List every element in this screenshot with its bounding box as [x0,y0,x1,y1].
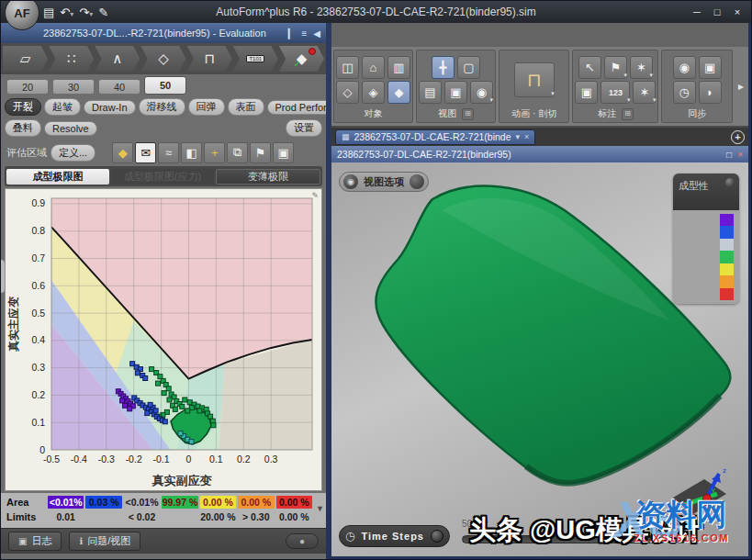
grid-icon: ▦ [342,132,350,141]
camera-view-icon-dropdown[interactable]: ▾ [489,96,493,104]
number-annotate-icon-dropdown[interactable]: ▾ [627,96,631,104]
label-sync-icon[interactable]: ▣ [699,56,722,79]
tab-成型极限图[interactable]: 成型极限图 [6,169,109,185]
svg-text:-0.5: -0.5 [43,454,60,465]
compare-view-icon[interactable]: ⧉ [227,142,248,163]
stage-tab-40[interactable]: 40 [98,79,140,95]
view-options-pill[interactable]: ◉ 视图选项 [339,172,429,192]
3d-viewport[interactable]: ◉ 视图选项 成型性 ◷ Time Ste [331,162,748,556]
stage-tab-30[interactable]: 30 [52,79,95,95]
undo-icon-dropdown[interactable]: ▾ [70,10,73,18]
tab-成型极限图(应力)[interactable]: 成型极限图(应力) [111,169,214,185]
part-dome-icon[interactable]: ◆ [387,81,410,104]
flag-annotate-icon[interactable]: ⚑▾ [604,56,627,79]
notes-icon[interactable]: ▣ [273,142,294,163]
formed-sheet-icon[interactable]: ◈ [362,81,385,104]
redo-icon[interactable]: ↷▾ [79,6,93,19]
fld-view-icon[interactable]: ✉ [135,142,156,163]
close-button[interactable]: × [731,6,744,17]
result-step-icon[interactable]: ◆✓ [279,46,324,72]
highlight-annotate-icon[interactable]: ✶▾ [630,56,653,79]
sheet-axes-icon[interactable]: ▤ [419,81,442,104]
section-view-icon[interactable]: ◧ [181,142,202,163]
log-button[interactable]: ▣日志 [8,532,62,551]
svg-text:0.2: 0.2 [31,389,45,400]
result-button-开裂[interactable]: 开裂 [5,98,41,116]
document-tab[interactable]: ▦ 23862753-07-DL-CAE-R2-721(binde ▾ × [335,129,535,145]
tab-dropdown-icon[interactable]: ▾ [516,132,521,141]
flag-marker-icon[interactable]: ⚑ [250,142,271,163]
rotate-view-icon[interactable]: ◉ [343,174,358,189]
flat-blank-icon[interactable]: ◇ [336,81,359,104]
fld-chart-svg[interactable]: -0.5-0.4-0.3-0.2-0.100.10.20.300.10.20.3… [6,189,321,490]
result-button-叠料[interactable]: 叠料 [5,119,41,137]
stage-tab-50[interactable]: 50 [144,76,186,95]
settings-button[interactable]: 设置 [286,119,322,137]
zoom-box-icon[interactable]: ▣ [444,81,467,104]
minimize-button[interactable]: ─ [690,6,703,17]
edit-chart-icon[interactable]: ✎ [311,191,319,200]
undo-icon[interactable]: ↶▾ [60,6,73,19]
time-steps-bar[interactable]: ◷ Time Steps [339,525,450,547]
tab-close-icon[interactable]: × [524,132,529,141]
list-icon[interactable]: ≡ [301,28,307,39]
closing-step-icon[interactable]: ∧ [95,46,140,72]
solid-view-icon[interactable]: ◆ [112,142,133,163]
wand-annotate-icon-dropdown[interactable]: ▾ [653,96,657,104]
group-expand-标注[interactable]: ⊞ [622,108,634,120]
camera-sync-icon[interactable]: ◉ [673,56,696,79]
tool-animation-icon[interactable]: ⊓▾ [514,62,555,97]
axes-view-icon[interactable]: ╋ [432,56,455,79]
group-expand-视图[interactable]: ⊞ [462,108,474,120]
drawing-step-icon-glyph: ⊓ [204,50,215,67]
redo-icon-dropdown[interactable]: ▾ [89,10,93,18]
result-button-Resolve[interactable]: Resolve [44,121,97,136]
pillar-object-icon[interactable]: ▥ [387,56,410,79]
flag-annotate-icon-dropdown[interactable]: ▾ [623,72,627,79]
result-button-起皱[interactable]: 起皱 [44,98,81,116]
viewport-close-icon[interactable]: × [737,150,743,160]
pin-icon[interactable]: ▎ [288,28,296,39]
result-button-Draw-In[interactable]: Draw-In [84,100,136,115]
cursor-annotate-icon[interactable]: ↖ [578,56,601,79]
define-button[interactable]: 定义... [51,144,95,162]
clock-sync-icon[interactable]: ◷ [673,81,696,104]
stage-tab-20[interactable]: 20 [6,79,49,95]
maximize-button[interactable]: □ [711,6,724,17]
snapshot-icon[interactable]: ✎ [98,6,108,19]
gravity-step-icon[interactable]: ∷ [49,46,94,72]
add-view-button[interactable]: + [731,130,745,144]
pin-probe-icon[interactable]: + [204,142,225,163]
result-button-回弹[interactable]: 回弹 [188,98,225,116]
highlight-annotate-icon-dropdown[interactable]: ▾ [649,72,653,79]
wand-annotate-icon[interactable]: ✶▾ [633,81,656,104]
pill-toggle-knob[interactable] [410,174,424,189]
collapse-icon[interactable]: ◀ [313,28,320,39]
scroll-down-icon[interactable]: ▼ [316,504,324,513]
blank-step-icon-glyph: ▱ [20,50,31,67]
tool-animation-icon-dropdown[interactable]: ▾ [551,90,555,97]
result-button-滑移线[interactable]: 滑移线 [139,98,185,116]
legend-toggle-knob[interactable] [725,178,735,187]
toolbar-overflow-icon[interactable]: ▸ [735,50,746,123]
status-indicator[interactable]: ● [286,533,319,549]
number-annotate-icon[interactable]: 123▾ [600,81,630,104]
blank-step-icon[interactable]: ▱ [3,46,48,72]
drawing-step-icon[interactable]: ⊓ [187,46,232,72]
time-steps-toggle[interactable] [431,530,443,543]
viewport-restore-icon[interactable]: □ [726,150,732,160]
issues-button[interactable]: ℹ问题/视图 [69,532,140,551]
save-icon[interactable]: ▤ [43,6,54,19]
label-annotate-icon[interactable]: ▣ [575,81,598,104]
group-rows-同步: ◉▣◷◗ [664,52,729,107]
binder-object-icon[interactable]: ⌂ [362,56,385,79]
bounding-box-icon[interactable]: ▢ [457,56,480,79]
sheet-step-icon[interactable]: ◇ [140,46,185,72]
surface-sync-icon[interactable]: ◗ [699,81,722,104]
surface-result-icon[interactable]: ≈ [158,142,179,163]
camera-view-icon[interactable]: ◉▾ [470,81,493,104]
result-button-表面[interactable]: 表面 [228,98,264,116]
tab-变薄极限[interactable]: 变薄极限 [216,169,320,185]
display-object-icon[interactable]: ◫ [336,56,359,79]
tool-step-icon[interactable]: T101 [233,46,278,72]
